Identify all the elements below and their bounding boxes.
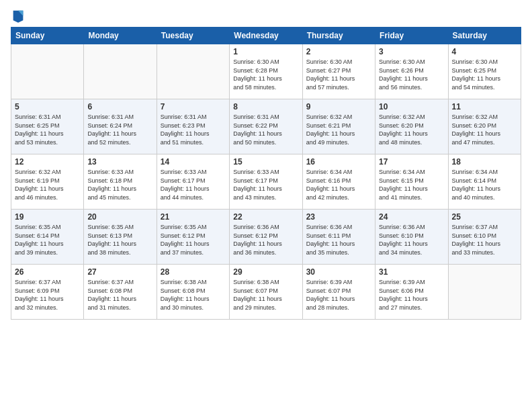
calendar-cell-5-3: 28Sunrise: 6:38 AM Sunset: 6:08 PM Dayli… xyxy=(157,265,229,320)
day-info: Sunrise: 6:33 AM Sunset: 6:17 PM Dayligh… xyxy=(161,168,226,201)
day-number: 20 xyxy=(87,212,152,222)
calendar-cell-5-5: 30Sunrise: 6:39 AM Sunset: 6:07 PM Dayli… xyxy=(302,265,375,320)
day-info: Sunrise: 6:30 AM Sunset: 6:28 PM Dayligh… xyxy=(233,58,298,91)
day-number: 23 xyxy=(306,212,371,222)
calendar-cell-3-4: 15Sunrise: 6:33 AM Sunset: 6:17 PM Dayli… xyxy=(230,154,302,210)
day-number: 4 xyxy=(452,47,517,56)
day-number: 16 xyxy=(306,157,371,167)
calendar-cell-4-4: 22Sunrise: 6:36 AM Sunset: 6:12 PM Dayli… xyxy=(230,210,302,265)
day-info: Sunrise: 6:36 AM Sunset: 6:11 PM Dayligh… xyxy=(306,223,371,257)
calendar-cell-2-4: 8Sunrise: 6:31 AM Sunset: 6:22 PM Daylig… xyxy=(230,99,302,154)
day-number: 11 xyxy=(452,102,517,111)
day-info: Sunrise: 6:30 AM Sunset: 6:27 PM Dayligh… xyxy=(306,58,371,91)
calendar-cell-5-2: 27Sunrise: 6:37 AM Sunset: 6:08 PM Dayli… xyxy=(84,265,157,320)
calendar-cell-4-2: 20Sunrise: 6:35 AM Sunset: 6:13 PM Dayli… xyxy=(84,210,157,265)
day-info: Sunrise: 6:38 AM Sunset: 6:08 PM Dayligh… xyxy=(161,278,226,312)
day-number: 19 xyxy=(15,212,80,222)
day-number: 6 xyxy=(87,102,152,111)
calendar-cell-2-3: 7Sunrise: 6:31 AM Sunset: 6:23 PM Daylig… xyxy=(157,99,229,154)
day-info: Sunrise: 6:33 AM Sunset: 6:17 PM Dayligh… xyxy=(233,168,298,201)
calendar-cell-3-6: 17Sunrise: 6:34 AM Sunset: 6:15 PM Dayli… xyxy=(375,154,448,210)
logo-icon xyxy=(12,8,24,23)
day-info: Sunrise: 6:31 AM Sunset: 6:25 PM Dayligh… xyxy=(15,113,80,146)
weekday-header-friday: Friday xyxy=(375,28,448,44)
calendar-cell-5-7 xyxy=(448,265,521,320)
day-number: 30 xyxy=(306,267,371,277)
calendar-cell-2-7: 11Sunrise: 6:32 AM Sunset: 6:20 PM Dayli… xyxy=(448,99,521,154)
day-info: Sunrise: 6:31 AM Sunset: 6:24 PM Dayligh… xyxy=(87,113,152,146)
calendar-cell-1-6: 3Sunrise: 6:30 AM Sunset: 6:26 PM Daylig… xyxy=(375,44,448,99)
day-info: Sunrise: 6:34 AM Sunset: 6:16 PM Dayligh… xyxy=(306,168,371,201)
calendar-cell-3-2: 13Sunrise: 6:33 AM Sunset: 6:18 PM Dayli… xyxy=(84,154,157,210)
calendar-cell-2-2: 6Sunrise: 6:31 AM Sunset: 6:24 PM Daylig… xyxy=(84,99,157,154)
calendar-cell-1-3 xyxy=(157,44,229,99)
day-number: 25 xyxy=(452,212,517,222)
weekday-header-saturday: Saturday xyxy=(448,28,521,44)
day-info: Sunrise: 6:32 AM Sunset: 6:20 PM Dayligh… xyxy=(379,113,444,146)
day-info: Sunrise: 6:35 AM Sunset: 6:14 PM Dayligh… xyxy=(15,223,80,257)
day-info: Sunrise: 6:32 AM Sunset: 6:20 PM Dayligh… xyxy=(452,113,517,146)
day-info: Sunrise: 6:30 AM Sunset: 6:26 PM Dayligh… xyxy=(379,58,444,91)
day-number: 29 xyxy=(233,267,298,277)
day-number: 3 xyxy=(379,47,444,56)
day-info: Sunrise: 6:31 AM Sunset: 6:23 PM Dayligh… xyxy=(161,113,226,146)
header xyxy=(11,7,521,23)
day-number: 28 xyxy=(161,267,226,277)
calendar-table: SundayMondayTuesdayWednesdayThursdayFrid… xyxy=(11,27,521,320)
day-info: Sunrise: 6:39 AM Sunset: 6:07 PM Dayligh… xyxy=(306,278,371,312)
day-number: 8 xyxy=(233,102,298,111)
day-number: 21 xyxy=(161,212,226,222)
calendar-cell-2-5: 9Sunrise: 6:32 AM Sunset: 6:21 PM Daylig… xyxy=(302,99,375,154)
calendar-cell-2-6: 10Sunrise: 6:32 AM Sunset: 6:20 PM Dayli… xyxy=(375,99,448,154)
calendar-cell-3-5: 16Sunrise: 6:34 AM Sunset: 6:16 PM Dayli… xyxy=(302,154,375,210)
day-info: Sunrise: 6:36 AM Sunset: 6:10 PM Dayligh… xyxy=(379,223,444,257)
day-info: Sunrise: 6:35 AM Sunset: 6:12 PM Dayligh… xyxy=(161,223,226,257)
weekday-header-tuesday: Tuesday xyxy=(157,28,229,44)
calendar-cell-2-1: 5Sunrise: 6:31 AM Sunset: 6:25 PM Daylig… xyxy=(11,99,84,154)
weekday-header-thursday: Thursday xyxy=(302,28,375,44)
day-number: 2 xyxy=(306,47,371,56)
calendar-row-2: 5Sunrise: 6:31 AM Sunset: 6:25 PM Daylig… xyxy=(11,99,521,154)
calendar-cell-3-7: 18Sunrise: 6:34 AM Sunset: 6:14 PM Dayli… xyxy=(448,154,521,210)
day-info: Sunrise: 6:34 AM Sunset: 6:15 PM Dayligh… xyxy=(379,168,444,201)
day-info: Sunrise: 6:35 AM Sunset: 6:13 PM Dayligh… xyxy=(87,223,152,257)
day-info: Sunrise: 6:37 AM Sunset: 6:10 PM Dayligh… xyxy=(452,223,517,257)
day-number: 15 xyxy=(233,157,298,167)
day-info: Sunrise: 6:33 AM Sunset: 6:18 PM Dayligh… xyxy=(87,168,152,201)
calendar-cell-1-4: 1Sunrise: 6:30 AM Sunset: 6:28 PM Daylig… xyxy=(230,44,302,99)
day-info: Sunrise: 6:39 AM Sunset: 6:06 PM Dayligh… xyxy=(379,278,444,312)
calendar-cell-4-5: 23Sunrise: 6:36 AM Sunset: 6:11 PM Dayli… xyxy=(302,210,375,265)
day-number: 9 xyxy=(306,102,371,111)
calendar-cell-4-3: 21Sunrise: 6:35 AM Sunset: 6:12 PM Dayli… xyxy=(157,210,229,265)
day-info: Sunrise: 6:30 AM Sunset: 6:25 PM Dayligh… xyxy=(452,58,517,91)
day-number: 5 xyxy=(15,102,80,111)
day-info: Sunrise: 6:36 AM Sunset: 6:12 PM Dayligh… xyxy=(233,223,298,257)
calendar-cell-4-6: 24Sunrise: 6:36 AM Sunset: 6:10 PM Dayli… xyxy=(375,210,448,265)
logo xyxy=(11,9,24,23)
day-number: 17 xyxy=(379,157,444,167)
calendar-cell-1-2 xyxy=(84,44,157,99)
weekday-header-sunday: Sunday xyxy=(11,28,84,44)
calendar-cell-1-7: 4Sunrise: 6:30 AM Sunset: 6:25 PM Daylig… xyxy=(448,44,521,99)
day-number: 31 xyxy=(379,267,444,277)
day-info: Sunrise: 6:32 AM Sunset: 6:19 PM Dayligh… xyxy=(15,168,80,201)
calendar-cell-1-1 xyxy=(11,44,84,99)
day-number: 26 xyxy=(15,267,80,277)
day-number: 18 xyxy=(452,157,517,167)
weekday-header-wednesday: Wednesday xyxy=(230,28,302,44)
calendar-row-5: 26Sunrise: 6:37 AM Sunset: 6:09 PM Dayli… xyxy=(11,265,521,320)
calendar-row-3: 12Sunrise: 6:32 AM Sunset: 6:19 PM Dayli… xyxy=(11,154,521,210)
calendar-cell-5-6: 31Sunrise: 6:39 AM Sunset: 6:06 PM Dayli… xyxy=(375,265,448,320)
calendar-cell-4-1: 19Sunrise: 6:35 AM Sunset: 6:14 PM Dayli… xyxy=(11,210,84,265)
day-number: 24 xyxy=(379,212,444,222)
calendar-row-4: 19Sunrise: 6:35 AM Sunset: 6:14 PM Dayli… xyxy=(11,210,521,265)
day-info: Sunrise: 6:37 AM Sunset: 6:08 PM Dayligh… xyxy=(87,278,152,312)
day-info: Sunrise: 6:38 AM Sunset: 6:07 PM Dayligh… xyxy=(233,278,298,312)
day-info: Sunrise: 6:32 AM Sunset: 6:21 PM Dayligh… xyxy=(306,113,371,146)
day-info: Sunrise: 6:34 AM Sunset: 6:14 PM Dayligh… xyxy=(452,168,517,201)
calendar-cell-4-7: 25Sunrise: 6:37 AM Sunset: 6:10 PM Dayli… xyxy=(448,210,521,265)
weekday-header-row: SundayMondayTuesdayWednesdayThursdayFrid… xyxy=(11,28,521,44)
calendar-cell-3-3: 14Sunrise: 6:33 AM Sunset: 6:17 PM Dayli… xyxy=(157,154,229,210)
day-number: 14 xyxy=(161,157,226,167)
day-number: 1 xyxy=(233,47,298,56)
